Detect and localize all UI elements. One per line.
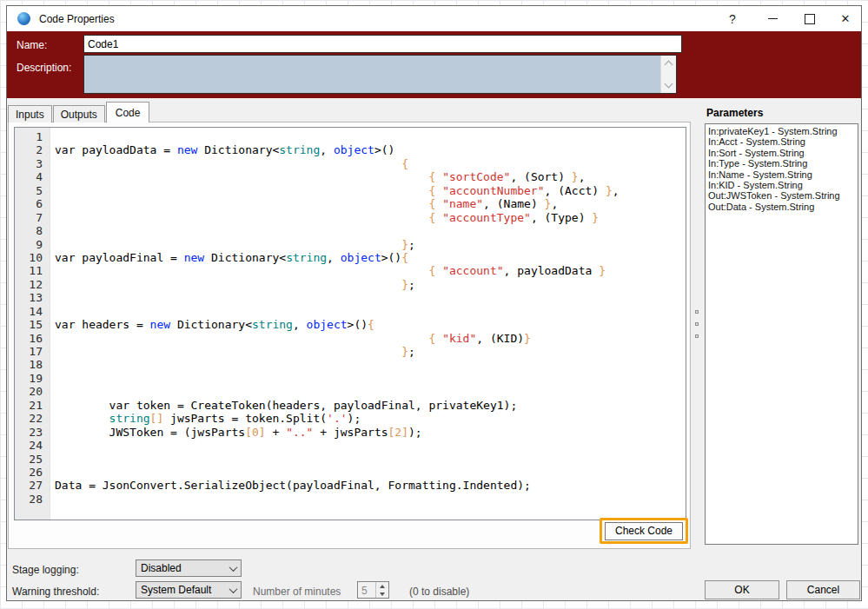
code-line[interactable]: 10var payloadFinal = new Dictionary<stri… [15, 251, 686, 264]
code-line[interactable]: 27Data = JsonConvert.SerializeObject(pay… [15, 479, 686, 492]
code-text: JWSToken = (jwsParts[0] + ".." + jwsPart… [50, 426, 422, 439]
code-text: { "kid", (KID)} [50, 332, 531, 345]
code-line[interactable]: 12 }; [15, 278, 686, 291]
desktop-grid-background: Code Properties ? ✕ Name: Description: [0, 0, 868, 609]
cancel-button[interactable]: Cancel [786, 580, 860, 599]
maximize-icon [805, 14, 815, 24]
tab-code[interactable]: Code [106, 102, 150, 122]
code-line[interactable]: 22 string[] jwsParts = token.Split('.'); [15, 412, 686, 425]
line-number: 27 [15, 479, 50, 492]
tab-outputs[interactable]: Outputs [53, 105, 105, 122]
parameter-item[interactable]: Out:Data - System.String [706, 202, 858, 212]
code-line[interactable]: 3 { [15, 157, 686, 170]
code-line[interactable]: 1 [15, 130, 686, 143]
warning-threshold-value: System Default [141, 584, 211, 596]
code-line[interactable]: 21 var token = CreateToken(headers, payl… [15, 399, 686, 412]
chevron-down-icon [229, 563, 238, 572]
code-line[interactable]: 26 [15, 466, 686, 479]
code-line[interactable]: 28 [15, 493, 686, 506]
code-line[interactable]: 11 { "account", payloadData } [15, 264, 686, 277]
line-number: 17 [15, 345, 50, 358]
code-text [50, 358, 55, 371]
code-line[interactable]: 2var payloadData = new Dictionary<string… [15, 143, 686, 156]
code-line[interactable]: 15var headers = new Dictionary<string, o… [15, 318, 686, 331]
code-text: Data = JsonConvert.SerializeObject(paylo… [50, 479, 531, 492]
code-properties-dialog: Code Properties ? ✕ Name: Description: [6, 5, 862, 601]
close-button[interactable]: ✕ [829, 6, 862, 31]
minutes-stepper[interactable]: 5 [357, 581, 389, 599]
code-text [50, 130, 55, 143]
parameter-item[interactable]: In:KID - System.String [706, 180, 858, 190]
ok-button[interactable]: OK [705, 580, 779, 599]
line-number: 25 [15, 453, 50, 466]
code-line[interactable]: 14 [15, 305, 686, 318]
code-text: }; [50, 238, 415, 251]
stepper-buttons [375, 582, 388, 598]
parameter-item[interactable]: In:Type - System.String [706, 158, 858, 169]
line-number: 24 [15, 439, 50, 452]
title-bar[interactable]: Code Properties ? ✕ [7, 6, 861, 31]
parameter-item[interactable]: In:Name - System.String [706, 169, 858, 180]
line-number: 23 [15, 426, 50, 439]
code-line[interactable]: 18 [15, 358, 686, 371]
description-scrollbar[interactable] [660, 56, 676, 93]
line-number: 16 [15, 332, 50, 345]
tab-inputs[interactable]: Inputs [8, 105, 52, 122]
code-line[interactable]: 9 }; [15, 238, 686, 251]
line-number: 3 [15, 157, 50, 170]
parameter-item[interactable]: In:Acct - System.String [706, 136, 858, 147]
line-number: 11 [15, 264, 50, 277]
code-line[interactable]: 19 [15, 372, 686, 385]
code-line[interactable]: 8 [15, 224, 686, 237]
code-text: { "account", payloadData } [50, 264, 606, 277]
code-text: { [50, 157, 408, 170]
parameter-item[interactable]: In:Sort - System.String [706, 148, 858, 158]
line-number: 21 [15, 399, 50, 412]
line-number: 9 [15, 238, 50, 251]
code-line[interactable]: 5 { "accountNumber", (Acct) }, [15, 184, 686, 197]
name-input[interactable] [83, 35, 682, 53]
parameter-item[interactable]: Out:JWSToken - System.String [706, 190, 858, 201]
line-number: 14 [15, 305, 50, 318]
code-line[interactable]: 25 [15, 453, 686, 466]
splitter-handle-dot[interactable] [695, 334, 699, 338]
line-number: 22 [15, 412, 50, 425]
stage-logging-dropdown[interactable]: Disabled [136, 559, 242, 577]
scroll-up-icon[interactable] [661, 58, 676, 70]
code-text: }; [50, 278, 415, 291]
code-line[interactable]: 20 [15, 385, 686, 398]
parameter-item[interactable]: In:privateKey1 - System.String [706, 126, 858, 136]
chevron-down-icon [229, 585, 238, 593]
line-number: 4 [15, 170, 50, 183]
scroll-down-icon[interactable] [661, 81, 676, 90]
maximize-button[interactable] [793, 6, 826, 31]
code-line[interactable]: 7 { "accountType", (Type) } [15, 211, 686, 224]
code-text: var payloadFinal = new Dictionary<string… [50, 251, 408, 264]
code-text [50, 453, 55, 466]
splitter-handle-dot[interactable] [695, 322, 699, 326]
disable-hint-label: (0 to disable) [409, 586, 469, 598]
minimize-button[interactable] [756, 6, 789, 31]
code-editor[interactable]: 12var payloadData = new Dictionary<strin… [14, 127, 686, 520]
stepper-down-button[interactable] [376, 590, 388, 598]
code-text [50, 305, 55, 318]
code-line[interactable]: 17 }; [15, 345, 686, 358]
code-line[interactable]: 6 { "name", (Name) }, [15, 197, 686, 210]
warning-threshold-dropdown[interactable]: System Default [136, 581, 242, 599]
line-number: 10 [15, 251, 50, 264]
line-number: 1 [15, 130, 50, 143]
line-number: 6 [15, 197, 50, 210]
line-number: 8 [15, 224, 50, 237]
description-textarea[interactable] [83, 55, 677, 94]
code-line[interactable]: 23 JWSToken = (jwsParts[0] + ".." + jwsP… [15, 426, 686, 439]
stepper-up-button[interactable] [376, 582, 388, 590]
code-line[interactable]: 24 [15, 439, 686, 452]
check-code-button[interactable]: Check Code [605, 522, 683, 540]
code-line[interactable]: 16 { "kid", (KID)} [15, 332, 686, 345]
splitter-handle-dot[interactable] [695, 310, 699, 314]
stage-logging-value: Disabled [141, 562, 182, 574]
code-line[interactable]: 4 { "sortCode", (Sort) }, [15, 170, 686, 183]
help-button[interactable]: ? [716, 6, 749, 31]
parameters-list[interactable]: In:privateKey1 - System.StringIn:Acct - … [705, 123, 858, 545]
code-line[interactable]: 13 [15, 291, 686, 304]
